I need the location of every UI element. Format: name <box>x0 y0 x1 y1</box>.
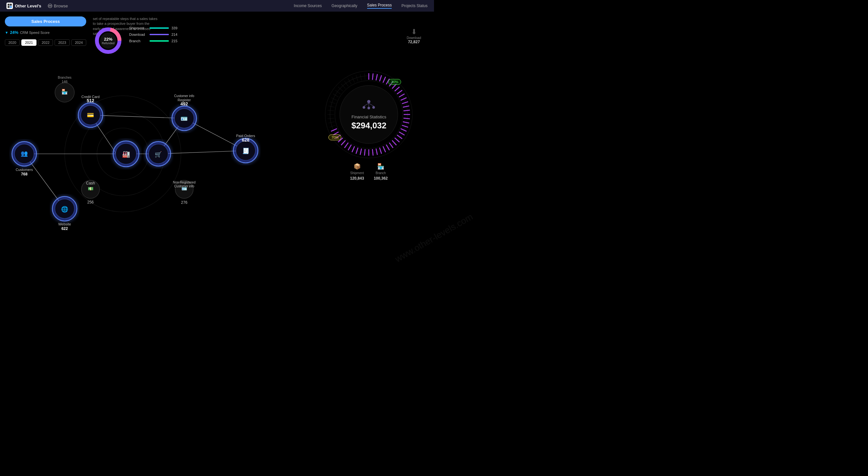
svg-line-126 <box>361 74 362 80</box>
svg-line-111 <box>329 122 335 123</box>
crm-arrow: ▼ <box>5 31 8 35</box>
donut-pct: 22% <box>102 37 114 42</box>
legend-branch: Branch 215 <box>129 39 181 43</box>
legend-shipment: Shipment 339 <box>129 26 181 30</box>
svg-rect-3 <box>10 6 11 8</box>
svg-line-102 <box>352 146 354 152</box>
nav-geographically[interactable]: Geographically <box>332 4 358 8</box>
year-2024[interactable]: 2024 <box>71 39 86 46</box>
svg-line-121 <box>341 83 345 88</box>
shipment-icon: 📦 <box>353 163 361 170</box>
svg-line-109 <box>331 128 337 131</box>
svg-line-79 <box>401 97 407 100</box>
year-2020[interactable]: 2020 <box>5 39 20 46</box>
svg-text:146: 146 <box>62 80 67 83</box>
gauge-70-badge: 70% <box>329 134 341 140</box>
legend-branch-value: 215 <box>172 39 181 43</box>
gauge-area: Financial Statistics $294,032 30% 70% <box>323 69 414 160</box>
branch-value: 100,362 <box>374 176 388 180</box>
svg-text:🪪: 🪪 <box>182 186 187 192</box>
svg-line-117 <box>331 97 337 100</box>
shipment-stat: 📦 Shipment 120,843 <box>350 163 364 180</box>
network-diagram: 146 Branches 🏪 Cash 256 💵 Non-Registered… <box>0 57 304 238</box>
svg-rect-1 <box>10 4 11 5</box>
logo-text: Other Level's <box>15 4 41 8</box>
svg-text:🪪: 🪪 <box>181 115 188 122</box>
legend-branch-bar <box>150 40 169 42</box>
svg-line-91 <box>392 140 397 145</box>
svg-line-97 <box>373 149 373 156</box>
svg-text:🧾: 🧾 <box>242 147 250 155</box>
download-top-icon: ⬇ <box>407 28 421 36</box>
gauge-icon <box>351 98 386 113</box>
legend-download-label: Download <box>129 33 147 36</box>
svg-line-105 <box>341 140 345 145</box>
svg-line-82 <box>404 110 410 111</box>
branch-icon: 🏪 <box>377 163 384 170</box>
svg-text:622: 622 <box>61 227 68 231</box>
logo-icon <box>6 3 13 9</box>
crm-label: CRM Speed Score <box>20 31 50 35</box>
year-2023[interactable]: 2023 <box>55 39 69 46</box>
svg-line-87 <box>401 128 407 131</box>
browse-label: Browse <box>54 4 68 8</box>
legend-download: Download 214 <box>129 33 181 36</box>
donut-label: 22% Refunded <box>102 37 114 45</box>
crm-score: ▼ 24% CRM Speed Score <box>5 30 86 35</box>
legend-branch-label: Branch <box>129 39 147 43</box>
svg-text:Cash: Cash <box>86 181 95 185</box>
svg-line-134 <box>369 103 374 106</box>
legend-shipment-label: Shipment <box>129 26 147 30</box>
svg-line-115 <box>329 106 335 107</box>
svg-line-110 <box>330 125 336 127</box>
year-2021[interactable]: 2021 <box>21 39 36 46</box>
svg-text:492: 492 <box>181 101 188 106</box>
svg-text:Branches: Branches <box>58 76 71 79</box>
svg-line-18 <box>158 150 245 154</box>
topnav: Other Level's Browse Income Sources Geog… <box>0 0 434 11</box>
right-panel: ⬇ Download 72,827 <box>304 11 434 238</box>
svg-line-124 <box>352 77 354 82</box>
svg-line-100 <box>361 148 362 155</box>
svg-text:Website: Website <box>58 222 71 226</box>
svg-line-81 <box>403 106 409 107</box>
svg-line-120 <box>338 87 343 91</box>
svg-line-90 <box>395 138 400 142</box>
left-panel: Sales Process ▼ 24% CRM Speed Score 2020… <box>0 11 304 238</box>
svg-line-116 <box>330 102 336 104</box>
svg-point-129 <box>367 100 370 103</box>
legend-download-value: 214 <box>172 33 181 36</box>
donut-area: 22% Refunded <box>94 26 123 55</box>
branch-stat: 🏪 Branch 100,362 <box>374 163 388 180</box>
legend-shipment-value: 339 <box>172 26 181 30</box>
svg-text:💵: 💵 <box>88 186 94 192</box>
nav-projects-status[interactable]: Projects Status <box>401 4 428 8</box>
svg-point-132 <box>368 107 370 109</box>
svg-line-69 <box>373 73 373 80</box>
sales-process-button[interactable]: Sales Process <box>5 16 86 27</box>
svg-text:512: 512 <box>87 98 95 103</box>
legend-download-bar <box>150 34 169 35</box>
svg-line-133 <box>364 103 369 106</box>
browse-button[interactable]: Browse <box>48 4 68 8</box>
year-2022[interactable]: 2022 <box>38 39 53 46</box>
download-top-label: Download <box>407 36 421 40</box>
topnav-right: Income Sources Geographically Sales Proc… <box>294 3 428 9</box>
svg-text:🌐: 🌐 <box>61 206 68 213</box>
svg-line-95 <box>380 147 382 154</box>
svg-text:🏭: 🏭 <box>122 150 130 158</box>
svg-text:Non-Registered: Non-Registered <box>173 180 195 184</box>
main-content: Sales Process ▼ 24% CRM Speed Score 2020… <box>0 11 434 238</box>
nav-sales-process[interactable]: Sales Process <box>367 3 392 9</box>
donut-chart: 22% Refunded <box>94 26 123 55</box>
svg-text:💳: 💳 <box>87 111 94 119</box>
nav-income-sources[interactable]: Income Sources <box>294 4 322 8</box>
download-top-value: 72,827 <box>407 40 421 44</box>
svg-text:Customer info: Customer info <box>174 94 194 98</box>
svg-rect-0 <box>8 4 9 5</box>
donut-text: Refunded <box>102 42 114 45</box>
svg-rect-2 <box>8 6 9 8</box>
branch-label: Branch <box>376 171 386 175</box>
legend-area: Shipment 339 Download 214 Branch 215 <box>129 26 181 43</box>
svg-line-114 <box>328 110 334 111</box>
